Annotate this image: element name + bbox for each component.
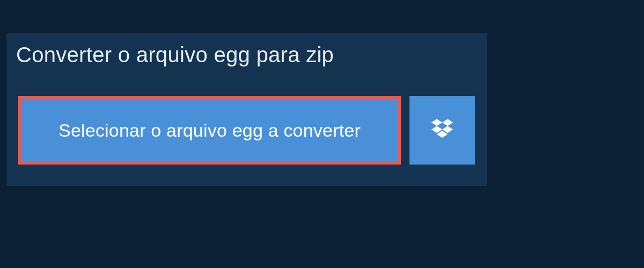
page-title: Converter o arquivo egg para zip bbox=[6, 33, 349, 77]
select-file-label: Selecionar o arquivo egg a converter bbox=[58, 120, 361, 141]
dropbox-button[interactable] bbox=[409, 96, 475, 165]
converter-panel: Converter o arquivo egg para zip Selecio… bbox=[6, 33, 487, 186]
action-row: Selecionar o arquivo egg a converter bbox=[6, 77, 487, 181]
dropbox-icon bbox=[431, 119, 453, 142]
select-file-button[interactable]: Selecionar o arquivo egg a converter bbox=[18, 96, 401, 165]
